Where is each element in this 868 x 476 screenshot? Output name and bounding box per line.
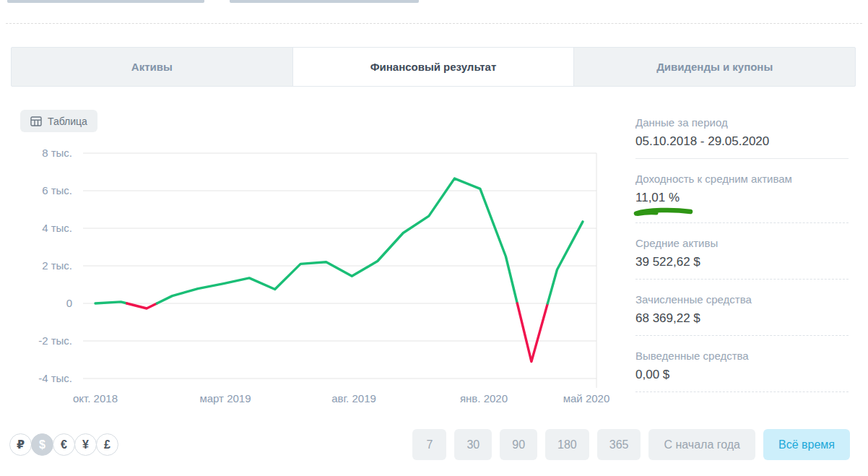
currency-rub-button[interactable]: ₽ — [9, 433, 32, 456]
x-axis-tick: окт. 2018 — [52, 391, 139, 406]
period-30-button[interactable]: 30 — [454, 429, 492, 460]
period-365-button[interactable]: 365 — [597, 429, 641, 460]
green-underline-marker — [633, 207, 694, 217]
y-axis-tick: 6 тыс. — [14, 183, 72, 198]
period-7-button[interactable]: 7 — [412, 429, 446, 460]
stat-label: Выведенные средства — [635, 350, 849, 362]
period-ytd-button[interactable]: С начала года — [648, 429, 755, 460]
top-input-underline-2 — [230, 0, 419, 3]
currency-jpy-button[interactable]: ¥ — [74, 433, 97, 456]
y-axis-tick: 8 тыс. — [14, 146, 72, 160]
dashed-separator — [6, 23, 862, 24]
y-axis-tick: 0 — [14, 296, 72, 311]
table-view-button[interactable]: Таблица — [20, 110, 97, 132]
y-axis-tick: -2 тыс. — [14, 334, 72, 348]
tab-assets[interactable]: Активы — [12, 48, 292, 86]
tab-dividends-coupons[interactable]: Дивиденды и купоны — [573, 48, 855, 86]
stat-value: 11,01 % — [635, 191, 680, 205]
x-axis-tick: май 2020 — [543, 391, 630, 406]
y-axis-tick: -4 тыс. — [14, 371, 72, 386]
stat-label: Зачисленные средства — [635, 293, 849, 306]
chart-plot-area[interactable] — [83, 148, 596, 386]
currency-usd-button[interactable]: $ — [31, 433, 53, 456]
tab-financial-result[interactable]: Финансовый результат — [292, 48, 574, 86]
y-axis-tick: 2 тыс. — [14, 259, 72, 273]
stat-value: 39 522,62 $ — [635, 255, 849, 269]
x-axis-tick: янв. 2020 — [440, 391, 527, 406]
table-icon — [30, 116, 42, 126]
period-switcher: 7 30 90 180 365 С начала года Всё время — [412, 429, 850, 460]
stat-withdrawn-funds: Выведенные средства 0,00 $ — [635, 345, 849, 392]
stat-deposited-funds: Зачисленные средства 68 369,22 $ — [635, 289, 849, 336]
stats-sidebar: Данные за период 05.10.2018 - 29.05.2020… — [635, 112, 849, 402]
x-axis-tick: март 2019 — [182, 391, 269, 406]
period-all-time-button[interactable]: Всё время — [763, 429, 850, 460]
stat-value: 0,00 $ — [635, 368, 849, 382]
currency-gbp-button[interactable]: £ — [96, 433, 118, 456]
stat-value: 68 369,22 $ — [635, 311, 849, 326]
stat-value: 05.10.2018 - 29.05.2020 — [635, 134, 849, 149]
stat-average-assets: Средние активы 39 522,62 $ — [635, 233, 849, 280]
x-axis-tick: авг. 2019 — [311, 391, 397, 406]
y-axis-tick: 4 тыс. — [14, 221, 72, 235]
portfolio-analytics-page: Активы Финансовый результат Дивиденды и … — [0, 0, 868, 476]
stat-return-on-avg-assets: Доходность к средним активам 11,01 % — [635, 168, 849, 223]
table-view-button-label: Таблица — [48, 116, 87, 127]
period-90-button[interactable]: 90 — [500, 429, 537, 460]
tab-bar: Активы Финансовый результат Дивиденды и … — [11, 47, 856, 87]
currency-switcher: ₽ $ € ¥ £ — [9, 433, 118, 456]
stat-period: Данные за период 05.10.2018 - 29.05.2020 — [635, 112, 849, 159]
top-input-underline-1 — [7, 0, 204, 3]
stat-label: Данные за период — [635, 116, 849, 129]
currency-eur-button[interactable]: € — [53, 433, 75, 456]
stat-label: Средние активы — [635, 237, 849, 249]
period-180-button[interactable]: 180 — [545, 429, 589, 460]
stat-label: Доходность к средним активам — [635, 173, 849, 185]
